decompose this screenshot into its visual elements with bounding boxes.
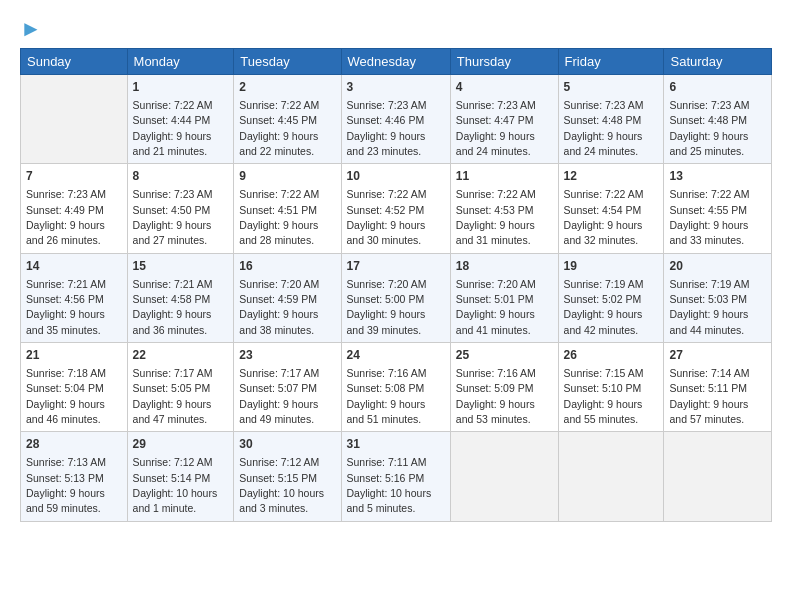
calendar-week-3: 21Sunrise: 7:18 AMSunset: 5:04 PMDayligh… xyxy=(21,343,772,432)
day-sunrise: Sunrise: 7:16 AM xyxy=(347,367,427,379)
day-daylight: Daylight: 9 hours and 39 minutes. xyxy=(347,308,426,335)
logo-arrow-icon: ► xyxy=(20,16,42,42)
day-sunrise: Sunrise: 7:23 AM xyxy=(133,188,213,200)
day-sunset: Sunset: 5:09 PM xyxy=(456,382,534,394)
day-sunset: Sunset: 5:00 PM xyxy=(347,293,425,305)
day-daylight: Daylight: 9 hours and 30 minutes. xyxy=(347,219,426,246)
day-sunrise: Sunrise: 7:23 AM xyxy=(347,99,427,111)
calendar-week-4: 28Sunrise: 7:13 AMSunset: 5:13 PMDayligh… xyxy=(21,432,772,521)
calendar-cell: 1Sunrise: 7:22 AMSunset: 4:44 PMDaylight… xyxy=(127,75,234,164)
day-sunrise: Sunrise: 7:12 AM xyxy=(133,456,213,468)
header: ► xyxy=(20,16,772,38)
day-daylight: Daylight: 9 hours and 42 minutes. xyxy=(564,308,643,335)
calendar-cell: 27Sunrise: 7:14 AMSunset: 5:11 PMDayligh… xyxy=(664,343,772,432)
day-number: 18 xyxy=(456,258,553,275)
day-sunrise: Sunrise: 7:19 AM xyxy=(669,278,749,290)
calendar-cell: 15Sunrise: 7:21 AMSunset: 4:58 PMDayligh… xyxy=(127,253,234,342)
day-sunset: Sunset: 4:44 PM xyxy=(133,114,211,126)
day-sunset: Sunset: 5:14 PM xyxy=(133,472,211,484)
day-sunset: Sunset: 5:10 PM xyxy=(564,382,642,394)
day-number: 10 xyxy=(347,168,445,185)
calendar-header-row: SundayMondayTuesdayWednesdayThursdayFrid… xyxy=(21,49,772,75)
day-sunrise: Sunrise: 7:12 AM xyxy=(239,456,319,468)
day-number: 28 xyxy=(26,436,122,453)
day-sunset: Sunset: 4:55 PM xyxy=(669,204,747,216)
day-number: 15 xyxy=(133,258,229,275)
calendar-cell: 24Sunrise: 7:16 AMSunset: 5:08 PMDayligh… xyxy=(341,343,450,432)
day-daylight: Daylight: 9 hours and 24 minutes. xyxy=(564,130,643,157)
calendar-cell: 9Sunrise: 7:22 AMSunset: 4:51 PMDaylight… xyxy=(234,164,341,253)
calendar-cell: 20Sunrise: 7:19 AMSunset: 5:03 PMDayligh… xyxy=(664,253,772,342)
day-number: 23 xyxy=(239,347,335,364)
day-daylight: Daylight: 9 hours and 25 minutes. xyxy=(669,130,748,157)
day-sunset: Sunset: 4:53 PM xyxy=(456,204,534,216)
day-sunset: Sunset: 4:48 PM xyxy=(564,114,642,126)
calendar-cell: 21Sunrise: 7:18 AMSunset: 5:04 PMDayligh… xyxy=(21,343,128,432)
day-daylight: Daylight: 9 hours and 59 minutes. xyxy=(26,487,105,514)
day-daylight: Daylight: 10 hours and 3 minutes. xyxy=(239,487,324,514)
day-sunset: Sunset: 4:45 PM xyxy=(239,114,317,126)
day-sunrise: Sunrise: 7:22 AM xyxy=(669,188,749,200)
calendar-cell xyxy=(450,432,558,521)
day-sunset: Sunset: 5:01 PM xyxy=(456,293,534,305)
day-daylight: Daylight: 9 hours and 46 minutes. xyxy=(26,398,105,425)
calendar-cell: 8Sunrise: 7:23 AMSunset: 4:50 PMDaylight… xyxy=(127,164,234,253)
day-sunrise: Sunrise: 7:23 AM xyxy=(564,99,644,111)
day-daylight: Daylight: 9 hours and 57 minutes. xyxy=(669,398,748,425)
day-number: 6 xyxy=(669,79,766,96)
day-number: 21 xyxy=(26,347,122,364)
day-number: 31 xyxy=(347,436,445,453)
calendar-cell: 25Sunrise: 7:16 AMSunset: 5:09 PMDayligh… xyxy=(450,343,558,432)
calendar-cell: 30Sunrise: 7:12 AMSunset: 5:15 PMDayligh… xyxy=(234,432,341,521)
day-number: 1 xyxy=(133,79,229,96)
day-number: 4 xyxy=(456,79,553,96)
day-sunrise: Sunrise: 7:21 AM xyxy=(133,278,213,290)
day-daylight: Daylight: 9 hours and 35 minutes. xyxy=(26,308,105,335)
calendar-week-2: 14Sunrise: 7:21 AMSunset: 4:56 PMDayligh… xyxy=(21,253,772,342)
day-daylight: Daylight: 10 hours and 1 minute. xyxy=(133,487,218,514)
day-sunrise: Sunrise: 7:23 AM xyxy=(456,99,536,111)
day-daylight: Daylight: 9 hours and 26 minutes. xyxy=(26,219,105,246)
day-number: 24 xyxy=(347,347,445,364)
day-sunset: Sunset: 5:03 PM xyxy=(669,293,747,305)
calendar-week-0: 1Sunrise: 7:22 AMSunset: 4:44 PMDaylight… xyxy=(21,75,772,164)
day-sunrise: Sunrise: 7:20 AM xyxy=(456,278,536,290)
header-saturday: Saturday xyxy=(664,49,772,75)
day-sunset: Sunset: 4:49 PM xyxy=(26,204,104,216)
day-sunrise: Sunrise: 7:23 AM xyxy=(26,188,106,200)
day-sunrise: Sunrise: 7:22 AM xyxy=(239,99,319,111)
calendar-cell: 6Sunrise: 7:23 AMSunset: 4:48 PMDaylight… xyxy=(664,75,772,164)
calendar-cell: 2Sunrise: 7:22 AMSunset: 4:45 PMDaylight… xyxy=(234,75,341,164)
day-daylight: Daylight: 9 hours and 27 minutes. xyxy=(133,219,212,246)
header-thursday: Thursday xyxy=(450,49,558,75)
calendar-cell: 18Sunrise: 7:20 AMSunset: 5:01 PMDayligh… xyxy=(450,253,558,342)
calendar-cell: 11Sunrise: 7:22 AMSunset: 4:53 PMDayligh… xyxy=(450,164,558,253)
day-number: 22 xyxy=(133,347,229,364)
day-sunrise: Sunrise: 7:22 AM xyxy=(564,188,644,200)
calendar-cell: 17Sunrise: 7:20 AMSunset: 5:00 PMDayligh… xyxy=(341,253,450,342)
day-daylight: Daylight: 9 hours and 38 minutes. xyxy=(239,308,318,335)
day-sunset: Sunset: 4:56 PM xyxy=(26,293,104,305)
day-number: 25 xyxy=(456,347,553,364)
header-sunday: Sunday xyxy=(21,49,128,75)
calendar-cell: 13Sunrise: 7:22 AMSunset: 4:55 PMDayligh… xyxy=(664,164,772,253)
day-sunset: Sunset: 4:54 PM xyxy=(564,204,642,216)
day-sunrise: Sunrise: 7:11 AM xyxy=(347,456,427,468)
calendar-cell: 16Sunrise: 7:20 AMSunset: 4:59 PMDayligh… xyxy=(234,253,341,342)
day-daylight: Daylight: 9 hours and 28 minutes. xyxy=(239,219,318,246)
day-sunrise: Sunrise: 7:15 AM xyxy=(564,367,644,379)
day-daylight: Daylight: 9 hours and 41 minutes. xyxy=(456,308,535,335)
day-number: 19 xyxy=(564,258,659,275)
day-daylight: Daylight: 9 hours and 36 minutes. xyxy=(133,308,212,335)
day-daylight: Daylight: 9 hours and 47 minutes. xyxy=(133,398,212,425)
header-monday: Monday xyxy=(127,49,234,75)
day-sunset: Sunset: 4:46 PM xyxy=(347,114,425,126)
day-daylight: Daylight: 9 hours and 49 minutes. xyxy=(239,398,318,425)
header-wednesday: Wednesday xyxy=(341,49,450,75)
day-sunrise: Sunrise: 7:17 AM xyxy=(239,367,319,379)
day-sunset: Sunset: 5:13 PM xyxy=(26,472,104,484)
day-number: 13 xyxy=(669,168,766,185)
calendar-cell: 4Sunrise: 7:23 AMSunset: 4:47 PMDaylight… xyxy=(450,75,558,164)
day-number: 8 xyxy=(133,168,229,185)
day-sunrise: Sunrise: 7:13 AM xyxy=(26,456,106,468)
